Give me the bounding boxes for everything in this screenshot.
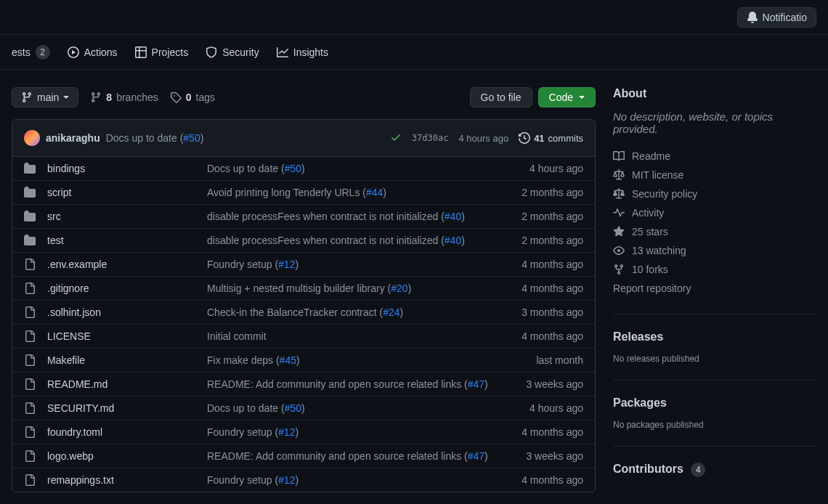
file-commit-message[interactable]: README: Add community and open source re…	[207, 378, 526, 390]
pr-link[interactable]: #50	[285, 402, 301, 414]
pr-link[interactable]: #12	[278, 474, 295, 486]
law-icon	[613, 188, 625, 200]
file-commit-message[interactable]: README: Add community and open source re…	[207, 450, 526, 462]
graph-icon	[277, 46, 288, 58]
file-row: .gitignoreMultisig + nested multisig bui…	[12, 277, 595, 301]
file-commit-message[interactable]: Avoid printing long Tenderly URLs (#44)	[207, 187, 521, 198]
commit-author[interactable]: anikaraghu	[46, 132, 100, 144]
tab-actions[interactable]: Actions	[68, 46, 118, 58]
pr-link[interactable]: #40	[445, 235, 461, 246]
file-name[interactable]: .solhint.json	[47, 306, 207, 318]
branch-select[interactable]: main	[12, 87, 78, 107]
file-name[interactable]: test	[47, 235, 207, 246]
file-name[interactable]: logo.webp	[47, 450, 207, 462]
file-commit-message[interactable]: disable processFees when contract is not…	[207, 235, 521, 246]
pr-link[interactable]: #40	[445, 211, 461, 222]
license-link[interactable]: MIT license	[613, 166, 816, 184]
commit-message[interactable]: Docs up to date (#50)	[106, 132, 204, 144]
tab-security[interactable]: Security	[206, 46, 259, 58]
file-commit-message[interactable]: Fix make deps (#45)	[207, 354, 536, 366]
file-row: LICENSEInitial commit4 months ago	[12, 325, 595, 349]
pr-link[interactable]: #20	[391, 283, 407, 294]
pr-link[interactable]: #47	[468, 378, 484, 390]
file-name[interactable]: .env.example	[47, 259, 207, 270]
readme-link[interactable]: Readme	[613, 147, 816, 166]
file-commit-message[interactable]: disable processFees when contract is not…	[207, 211, 521, 222]
pr-link[interactable]: #50	[285, 163, 301, 174]
tab-pull-requests[interactable]: ests 2	[12, 45, 50, 60]
file-name[interactable]: Makefile	[47, 354, 207, 366]
file-icon	[24, 354, 37, 366]
file-commit-message[interactable]: Docs up to date (#50)	[207, 163, 529, 174]
file-commit-message[interactable]: Multisig + nested multisig builder libra…	[207, 283, 521, 294]
file-time: 3 weeks ago	[526, 450, 583, 462]
star-icon	[613, 226, 625, 237]
file-name[interactable]: LICENSE	[47, 330, 207, 342]
file-time: 4 months ago	[521, 283, 583, 294]
pr-link[interactable]: #12	[278, 259, 295, 270]
file-name[interactable]: src	[47, 211, 207, 222]
watching-link[interactable]: 13 watching	[613, 241, 816, 260]
file-icon	[24, 402, 37, 414]
file-name[interactable]: .gitignore	[47, 283, 207, 294]
file-commit-message[interactable]: Docs up to date (#50)	[207, 402, 529, 414]
notifications-button[interactable]: Notificatio	[737, 7, 816, 28]
file-time: 2 months ago	[521, 211, 583, 222]
pr-link[interactable]: #44	[366, 187, 383, 198]
file-time: 4 months ago	[521, 426, 583, 438]
pr-link[interactable]: #12	[278, 426, 295, 438]
file-row: testdisable processFees when contract is…	[12, 229, 595, 253]
file-commit-message[interactable]: Initial commit	[207, 330, 521, 342]
pr-count-badge: 2	[36, 45, 50, 60]
check-icon[interactable]	[390, 131, 402, 145]
commit-sha[interactable]: 37d30ac	[412, 133, 449, 143]
pr-link[interactable]: #45	[280, 354, 296, 366]
releases-empty: No releases published	[613, 354, 816, 364]
pr-link[interactable]: #24	[383, 306, 399, 318]
code-button[interactable]: Code	[538, 87, 596, 107]
file-row: srcdisable processFees when contract is …	[12, 205, 595, 229]
file-commit-message[interactable]: Foundry setup (#12)	[207, 474, 521, 486]
file-time: 4 months ago	[521, 330, 583, 342]
activity-link[interactable]: Activity	[613, 203, 816, 222]
security-policy-link[interactable]: Security policy	[613, 184, 816, 203]
table-icon	[135, 46, 147, 58]
eye-icon	[613, 245, 625, 256]
commit-pr-link[interactable]: #50	[183, 132, 200, 144]
file-icon	[24, 426, 37, 438]
goto-file-button[interactable]: Go to file	[470, 87, 532, 107]
file-icon	[24, 378, 37, 390]
forks-link[interactable]: 10 forks	[613, 260, 816, 279]
about-heading: About	[613, 87, 816, 100]
stars-link[interactable]: 25 stars	[613, 222, 816, 241]
pr-link[interactable]: #47	[468, 450, 484, 462]
file-name[interactable]: README.md	[47, 378, 207, 390]
file-row: foundry.tomlFoundry setup (#12)4 months …	[12, 420, 595, 444]
bell-icon	[747, 12, 758, 23]
file-name[interactable]: bindings	[47, 163, 207, 174]
file-name[interactable]: script	[47, 187, 207, 198]
releases-heading[interactable]: Releases	[613, 330, 816, 344]
tab-projects[interactable]: Projects	[135, 46, 189, 58]
file-name[interactable]: SECURITY.md	[47, 402, 207, 414]
report-link[interactable]: Report repository	[613, 279, 816, 298]
contributors-heading[interactable]: Contributors 4	[613, 463, 816, 477]
file-time: 3 weeks ago	[526, 378, 583, 390]
branches-link[interactable]: 8 branches	[90, 92, 158, 103]
file-icon	[24, 306, 37, 318]
packages-heading[interactable]: Packages	[613, 397, 816, 410]
file-commit-message[interactable]: Foundry setup (#12)	[207, 426, 521, 438]
file-time: 3 months ago	[521, 306, 583, 318]
file-time: 2 months ago	[521, 235, 583, 246]
file-commit-message[interactable]: Foundry setup (#12)	[207, 259, 521, 270]
file-name[interactable]: remappings.txt	[47, 474, 207, 486]
file-name[interactable]: foundry.toml	[47, 426, 207, 438]
caret-down-icon	[63, 96, 69, 99]
avatar[interactable]	[24, 130, 40, 146]
law-icon	[613, 169, 625, 181]
tags-link[interactable]: 0 tags	[170, 92, 215, 103]
tab-insights[interactable]: Insights	[277, 46, 328, 58]
file-commit-message[interactable]: Check-in the BalanceTracker contract (#2…	[207, 306, 521, 318]
commits-link[interactable]: 41 commits	[519, 132, 583, 144]
file-row: MakefileFix make deps (#45)last month	[12, 349, 595, 373]
